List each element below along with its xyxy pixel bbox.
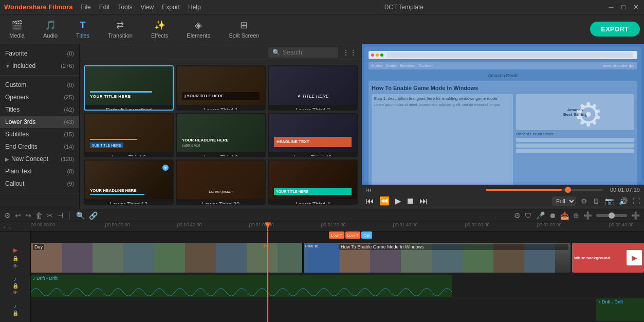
audio-lock-icon-2[interactable]: 🔒	[12, 310, 19, 316]
audio-track-2-header: ♪ 🔒	[0, 297, 31, 322]
preview-volume-icon[interactable]: 🔊	[619, 197, 628, 205]
timeline-resize-icon[interactable]: ⊕	[573, 211, 579, 220]
title-card-lower-third-6[interactable]: YOUR HEADLINE HERE subtitle text Lower T…	[176, 113, 266, 158]
audio-clip-2[interactable]: ♪ Drift - Drift	[596, 298, 644, 321]
play-back-button[interactable]: ⏪	[379, 196, 390, 206]
main-video-clip[interactable]: Day How To How To Enable Game Mode In Wi…	[31, 243, 571, 273]
lock-track-icon[interactable]: 🔒	[12, 256, 19, 261]
timeline-zoom-icon[interactable]: 🔍	[76, 211, 85, 220]
timeline-mic-icon[interactable]: 🎤	[536, 211, 545, 220]
panel-item-subtitles[interactable]: Subtitles (15)	[0, 128, 79, 140]
titles-panel: 🔍 ⋮⋮ YOUR TITLE HERE Default Lowerthird	[80, 44, 362, 209]
close-button[interactable]: ✕	[632, 3, 640, 11]
minimize-button[interactable]: ─	[607, 3, 615, 11]
panel-item-callout[interactable]: Callout (9)	[0, 177, 79, 190]
timeline-settings-icon[interactable]: ⚙	[4, 211, 11, 220]
panel-item-end-credits[interactable]: End Credits (14)	[0, 140, 79, 153]
ruler-mark-2: 00:00:40:00	[177, 222, 202, 227]
white-bg-thumb: ▶	[627, 250, 642, 265]
timeline-shield-icon[interactable]: 🛡	[525, 211, 532, 220]
maximize-button[interactable]: □	[619, 3, 628, 11]
timeline-import-icon[interactable]: 📥	[560, 211, 569, 220]
title-name-1: Lower Third 1	[177, 105, 265, 111]
timeline-zoom-minus-icon[interactable]: ➕	[631, 211, 640, 220]
panel-item-custom[interactable]: Custom (0)	[0, 79, 79, 91]
tool-transition[interactable]: ⇄ Transition	[103, 17, 138, 41]
timeline-delete-icon[interactable]: 🗑	[35, 211, 43, 220]
title-tag-3: Opi	[361, 231, 372, 239]
prev-frame-icon[interactable]: ⏮	[366, 187, 372, 193]
export-button[interactable]: EXPORT	[590, 22, 640, 37]
tool-titles[interactable]: T Titles	[71, 18, 95, 41]
title-card-lower-third-42[interactable]: HEADLINE TEXT Lower Third 42	[268, 113, 358, 158]
title-name-3: Lower Third 2	[85, 152, 173, 158]
panel-item-new-concept[interactable]: ▶New Concept (120)	[0, 153, 79, 165]
panel-item-included[interactable]: ▼Included (276)	[0, 60, 79, 72]
panel-item-lower3rds[interactable]: Lower 3rds (43)	[0, 116, 79, 128]
title-card-lower-third-13[interactable]: YOUR HEADLINE HERE ▼ Lower Third 13	[84, 159, 174, 205]
window-controls: ─ □ ✕	[607, 3, 640, 11]
timeline-redo-icon[interactable]: ↪	[25, 211, 31, 220]
stop-button[interactable]: ⏹	[406, 196, 414, 206]
panel-section-top: Favorite (0) ▼Included (276)	[0, 44, 79, 76]
browser-bar	[369, 51, 637, 59]
white-bg-clip[interactable]: White background ▶	[572, 243, 644, 273]
add-track-icon[interactable]: +	[3, 224, 6, 230]
title-card-lower-third-4[interactable]: YOUR TITLE HERE Lower Third 4	[268, 159, 358, 205]
panel-item-plain-text[interactable]: Plain Text (8)	[0, 165, 79, 177]
title-thumb-2: ✦ TITLE HERE	[269, 66, 357, 105]
menu-export[interactable]: Export	[162, 4, 180, 11]
title-card-lower-third-1[interactable]: | YOUR TITLE HERE Lower Third 1	[176, 65, 266, 111]
next-button[interactable]: ⏭	[419, 196, 428, 206]
progress-thumb[interactable]	[565, 187, 571, 193]
menu-file[interactable]: File	[81, 4, 90, 11]
panel-item-favorite[interactable]: Favorite (0)	[0, 47, 79, 60]
audio-lock-icon-1[interactable]: 🔒	[12, 283, 19, 289]
timeline-zoom-slider[interactable]	[596, 214, 627, 217]
menu-view[interactable]: View	[140, 4, 154, 11]
audio-clip-1-label: ♪ Drift - Drift	[31, 275, 452, 282]
effects-icon: ✨	[154, 20, 165, 31]
timeline-scissors-icon[interactable]: ✂	[47, 211, 53, 220]
quality-select[interactable]: Full 1/2 1/4	[552, 196, 576, 206]
clip-label-main: How To Enable Game Mode In Windows	[339, 244, 568, 250]
title-name-8: Lower Third 4	[269, 199, 357, 205]
preview-fullscreen-icon[interactable]: ⛶	[633, 197, 640, 205]
menu-tools[interactable]: Tools	[118, 4, 132, 11]
progress-track[interactable]	[486, 189, 602, 191]
tl-separator-1	[69, 211, 70, 220]
title-tags-body: Low T Low T Opi	[31, 231, 644, 242]
play-button[interactable]: ▶	[395, 196, 401, 206]
panel-item-titles[interactable]: Titles (42)	[0, 103, 79, 116]
eye-track-icon[interactable]: 👁	[13, 263, 18, 269]
title-card-default-lowerthird[interactable]: YOUR TITLE HERE Default Lowerthird	[84, 65, 174, 111]
title-card-lower-third-30[interactable]: Lorem ipsum Lower Third 30	[176, 159, 266, 205]
title-name-5: Lower Third 42	[269, 152, 357, 158]
tool-effects[interactable]: ✨ Effects	[146, 17, 173, 41]
grid-icon[interactable]: ⋮⋮	[342, 48, 357, 57]
title-card-lower-third-3[interactable]: ✦ TITLE HERE Lower Third 3	[268, 65, 358, 111]
timeline-record-icon[interactable]: ⏺	[549, 211, 556, 220]
search-box[interactable]: 🔍	[268, 47, 338, 58]
preview-camera-icon[interactable]: 📷	[605, 197, 614, 205]
tool-elements-label: Elements	[187, 32, 210, 39]
search-input[interactable]	[283, 49, 334, 56]
preview-monitor-icon[interactable]: 🖥	[593, 197, 600, 205]
audio-eye-icon-1[interactable]: 👁	[13, 290, 18, 295]
ruler-mark-5: 00:01:40:00	[393, 222, 418, 227]
tool-elements[interactable]: ◈ Elements	[181, 17, 215, 41]
tool-audio[interactable]: 🎵 Audio	[38, 17, 63, 41]
timeline-filter-icon[interactable]: ⚙	[514, 211, 521, 220]
panel-item-openers[interactable]: Openers (25)	[0, 91, 79, 103]
tool-split-screen[interactable]: ⊞ Split Screen	[224, 17, 264, 41]
menu-edit[interactable]: Edit	[99, 4, 110, 11]
tool-media[interactable]: 🎬 Media	[4, 17, 30, 41]
timeline-undo-icon[interactable]: ↩	[15, 211, 21, 220]
menu-help[interactable]: Help	[188, 4, 201, 11]
title-card-lower-third-2[interactable]: SUB TITLE HERE Lower Third 2	[84, 113, 174, 158]
timeline-zoom-plus-icon[interactable]: ➕	[583, 211, 592, 220]
prev-button[interactable]: ⏮	[366, 196, 374, 206]
timeline-split-icon[interactable]: ⊣	[57, 211, 63, 220]
preview-settings-icon[interactable]: ⚙	[581, 197, 587, 205]
timeline-link-icon[interactable]: 🔗	[89, 211, 98, 220]
